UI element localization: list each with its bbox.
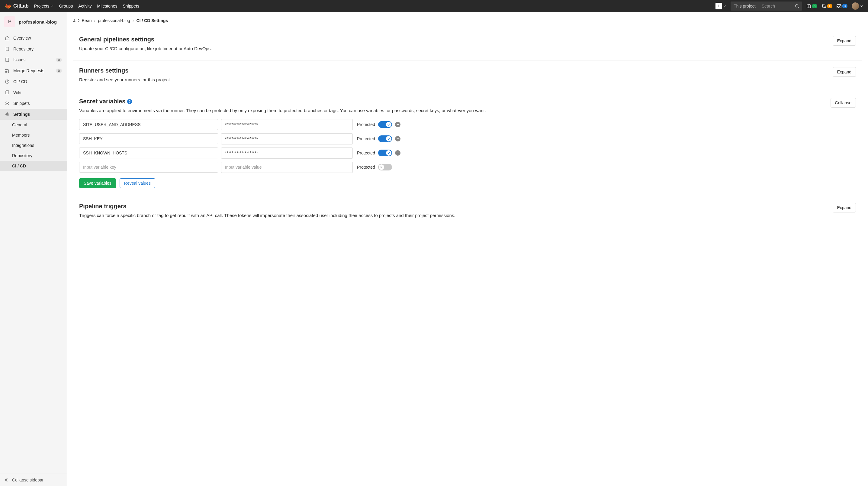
x-icon xyxy=(380,166,383,169)
variable-key-input[interactable] xyxy=(79,147,218,159)
variables-table: Protected Protected xyxy=(79,119,856,173)
variable-value-input[interactable] xyxy=(221,119,353,130)
sidebar-item-label: Repository xyxy=(13,47,33,51)
sub-cicd[interactable]: CI / CD xyxy=(0,161,67,171)
svg-point-6 xyxy=(825,7,826,8)
plus-icon: + xyxy=(715,3,722,9)
remove-variable-button[interactable] xyxy=(395,136,401,141)
svg-point-13 xyxy=(6,104,7,105)
variable-value-input[interactable] xyxy=(221,162,353,173)
check-icon xyxy=(387,151,390,154)
chevron-right-icon: › xyxy=(132,18,134,23)
sidebar-item-snippets[interactable]: Snippets xyxy=(0,98,67,109)
new-dropdown[interactable]: + xyxy=(715,3,726,9)
issues-icon xyxy=(5,57,10,62)
protected-toggle[interactable] xyxy=(378,150,392,156)
section-general: General pipelines settings Update your C… xyxy=(73,29,862,60)
collapse-icon xyxy=(5,478,9,482)
mr-count: 0 xyxy=(56,68,62,73)
chevron-right-icon: › xyxy=(94,18,95,23)
nav-mr-badge[interactable]: 1 xyxy=(822,4,832,8)
search-input[interactable] xyxy=(759,1,792,10)
save-variables-button[interactable]: Save variables xyxy=(79,178,116,188)
crumb-project[interactable]: professional-blog xyxy=(98,18,130,23)
sidebar-item-cicd[interactable]: CI / CD xyxy=(0,76,67,87)
remove-variable-button[interactable] xyxy=(395,122,401,127)
variable-key-input[interactable] xyxy=(79,162,218,173)
nav-issues-badge[interactable]: 3 xyxy=(806,4,817,8)
user-menu[interactable] xyxy=(852,2,863,10)
protected-toggle[interactable] xyxy=(378,164,392,170)
sidebar-item-repository[interactable]: Repository xyxy=(0,44,67,54)
collapse-button[interactable]: Collapse xyxy=(831,98,856,108)
protected-label: Protected xyxy=(357,136,375,141)
collapse-sidebar[interactable]: Collapse sidebar xyxy=(0,474,67,486)
sidebar: P professional-blog Overview Repository … xyxy=(0,12,67,486)
variable-key-input[interactable] xyxy=(79,133,218,144)
nav-projects[interactable]: Projects xyxy=(34,4,54,8)
nav-milestones[interactable]: Milestones xyxy=(97,4,118,8)
nav-activity[interactable]: Activity xyxy=(78,4,92,8)
crumb-user[interactable]: J.D. Bean xyxy=(73,18,92,23)
variable-row: Protected xyxy=(79,119,856,130)
protected-toggle[interactable] xyxy=(378,135,392,142)
merge-request-icon xyxy=(5,68,10,73)
search-scope[interactable]: This project xyxy=(731,4,758,8)
expand-button[interactable]: Expand xyxy=(833,203,856,212)
svg-point-14 xyxy=(6,102,7,103)
home-icon xyxy=(5,36,10,40)
sidebar-item-overview[interactable]: Overview xyxy=(0,33,67,44)
nav-groups[interactable]: Groups xyxy=(59,4,73,8)
sub-repository[interactable]: Repository xyxy=(0,150,67,161)
main-content: J.D. Bean › professional-blog › CI / CD … xyxy=(67,12,868,486)
brand-text: GitLab xyxy=(13,3,29,9)
sidebar-item-label: Overview xyxy=(13,36,31,40)
settings-submenu: General Members Integrations Repository … xyxy=(0,120,67,171)
section-title: Pipeline triggers xyxy=(79,203,827,210)
chevron-down-icon xyxy=(723,4,726,7)
variable-row: Protected xyxy=(79,133,856,144)
sidebar-nav: Overview Repository Issues 0 Merge Reque… xyxy=(0,33,67,474)
nav-todos-badge[interactable]: 3 xyxy=(837,4,847,8)
svg-point-0 xyxy=(795,4,798,7)
sub-members[interactable]: Members xyxy=(0,130,67,140)
variable-key-input[interactable] xyxy=(79,119,218,130)
help-icon[interactable]: ? xyxy=(127,99,132,104)
project-header[interactable]: P professional-blog xyxy=(0,12,67,33)
breadcrumb: J.D. Bean › professional-blog › CI / CD … xyxy=(67,12,868,23)
gitlab-logo[interactable]: GitLab xyxy=(5,3,29,9)
nav-right: + This project 3 1 3 xyxy=(715,1,863,10)
check-icon xyxy=(387,123,390,126)
sidebar-item-issues[interactable]: Issues 0 xyxy=(0,54,67,65)
section-secret-variables: Secret variables ? Variables are applied… xyxy=(73,91,862,196)
section-title: General pipelines settings xyxy=(79,36,827,43)
sidebar-item-label: Settings xyxy=(13,112,30,117)
protected-toggle[interactable] xyxy=(378,121,392,128)
search-icon[interactable] xyxy=(792,4,802,8)
book-icon xyxy=(5,90,10,95)
protected-label: Protected xyxy=(357,150,375,155)
todos-count: 3 xyxy=(842,4,847,8)
sidebar-item-merge-requests[interactable]: Merge Requests 0 xyxy=(0,65,67,76)
issues-icon xyxy=(806,4,811,8)
svg-point-10 xyxy=(5,71,7,73)
expand-button[interactable]: Expand xyxy=(833,67,856,77)
expand-button[interactable]: Expand xyxy=(833,36,856,46)
sidebar-item-label: Merge Requests xyxy=(13,68,44,73)
sidebar-item-label: Issues xyxy=(13,57,25,62)
variable-value-input[interactable] xyxy=(221,133,353,144)
svg-rect-3 xyxy=(808,5,811,8)
nav-snippets[interactable]: Snippets xyxy=(123,4,139,8)
svg-point-9 xyxy=(5,69,7,70)
sub-integrations[interactable]: Integrations xyxy=(0,140,67,150)
sidebar-item-label: Snippets xyxy=(13,101,30,106)
variable-row: Protected xyxy=(79,147,856,159)
sub-general[interactable]: General xyxy=(0,120,67,130)
remove-variable-button[interactable] xyxy=(395,150,401,156)
section-title-text: Secret variables xyxy=(79,98,125,105)
variable-value-input[interactable] xyxy=(221,147,353,159)
sidebar-item-wiki[interactable]: Wiki xyxy=(0,87,67,98)
scissors-icon xyxy=(5,101,10,106)
reveal-values-button[interactable]: Reveal values xyxy=(120,178,155,188)
sidebar-item-settings[interactable]: Settings xyxy=(0,109,67,120)
